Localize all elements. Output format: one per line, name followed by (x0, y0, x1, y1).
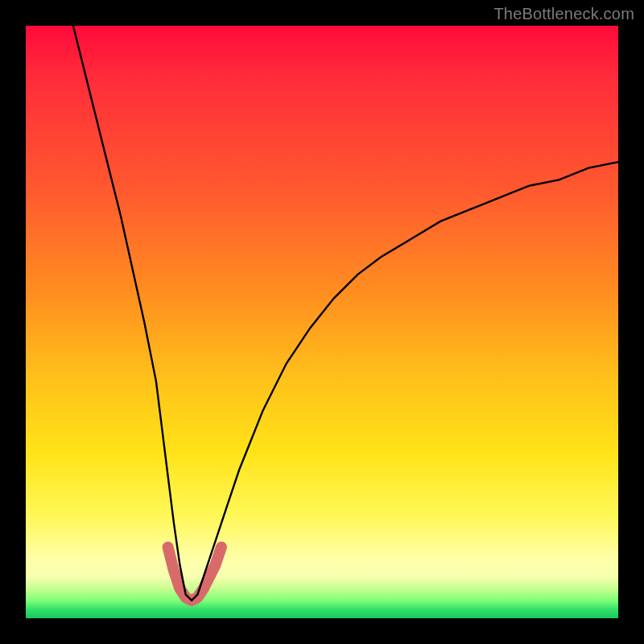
plot-area (26, 26, 618, 618)
watermark-label: TheBottleneck.com (493, 5, 634, 23)
bottleneck-curve (73, 26, 618, 601)
chart-stage: TheBottleneck.com (0, 0, 644, 644)
curve-layer (26, 26, 618, 618)
trough-highlight (168, 547, 221, 601)
